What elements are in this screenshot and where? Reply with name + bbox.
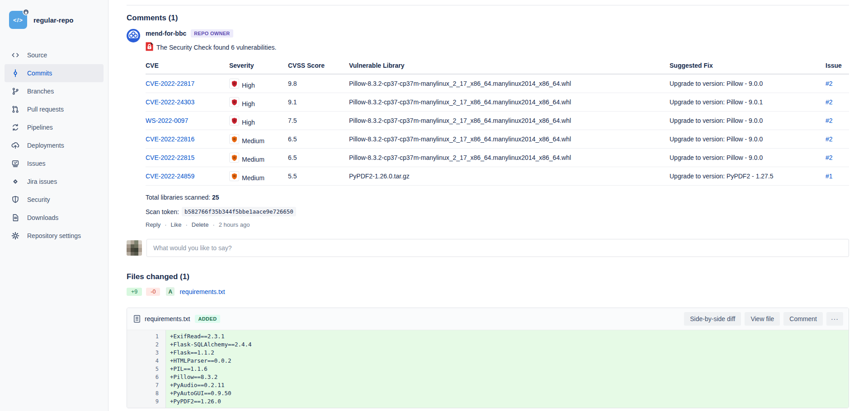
vulnerable-library: Pillow-8.3.2-cp37-cp37m-manylinux_2_17_x…: [349, 74, 670, 93]
issue-link[interactable]: #2: [826, 80, 833, 87]
line-number: 4: [127, 357, 166, 365]
sidebar-item-pull-requests[interactable]: Pull requests: [5, 100, 104, 118]
severity-high-shield-icon: [229, 97, 239, 107]
added-line-text: +PyAudio==0.2.11: [166, 381, 849, 389]
sidebar-item-security[interactable]: Security: [5, 191, 104, 209]
issue-link[interactable]: #2: [826, 154, 833, 161]
comment-actions: Reply · Like · Delete · 2 hours ago: [146, 221, 849, 228]
vulnerable-library: PyPDF2-1.26.0.tar.gz: [349, 167, 670, 186]
total-libraries-value: 25: [212, 194, 219, 201]
added-line-text: +HTMLParser==0.0.2: [166, 357, 849, 365]
repo-name[interactable]: regular-repo: [33, 16, 73, 24]
separator-dot: ·: [185, 221, 187, 228]
table-row: CVE-2022-24303 High 9.1 Pillow-8.3.2-cp3…: [146, 93, 849, 112]
suggested-fix: Upgrade to version: Pillow - 9.0.0: [670, 149, 826, 167]
delete-link[interactable]: Delete: [192, 221, 209, 228]
cve-link[interactable]: CVE-2022-24303: [146, 98, 194, 106]
more-options-button[interactable]: ···: [826, 312, 843, 326]
jira-icon: [11, 177, 20, 186]
line-number: 5: [127, 365, 166, 373]
issue-link[interactable]: #1: [826, 173, 833, 180]
cve-link[interactable]: WS-2022-0097: [146, 117, 188, 124]
sidebar-item-pipelines[interactable]: Pipelines: [5, 118, 104, 136]
deployments-icon: [11, 141, 20, 150]
sidebar-item-source[interactable]: Source: [5, 46, 104, 64]
scan-token-label: Scan token:: [146, 208, 179, 215]
added-badge: ADDED: [195, 315, 220, 323]
cve-link[interactable]: CVE-2022-22815: [146, 154, 194, 161]
repo-avatar[interactable]: </>: [9, 11, 27, 29]
added-line-text: +PyPDF2==1.26.0: [166, 397, 849, 406]
cvss-score: 5.5: [288, 167, 349, 186]
code-line: 6+Pillow==8.3.2: [127, 373, 849, 381]
sidebar-item-repository-settings[interactable]: Repository settings: [5, 227, 104, 245]
diff-file-name: requirements.txt: [145, 315, 190, 322]
diff-header: requirements.txt ADDED Side-by-side diff…: [127, 308, 849, 330]
diff-file-info: requirements.txt ADDED: [133, 315, 220, 323]
diff-code: 1+ExifRead==2.3.1 2+Flask-SQLAlchemy==2.…: [127, 330, 849, 408]
line-number: 2: [127, 341, 166, 349]
cve-link[interactable]: CVE-2022-24859: [146, 173, 194, 180]
sidebar-item-label: Repository settings: [27, 232, 81, 239]
added-line-text: +Pillow==8.3.2: [166, 373, 849, 381]
current-user-avatar: [127, 240, 142, 256]
total-libraries-label: Total libraries scanned:: [146, 194, 210, 201]
sidebar-item-deployments[interactable]: Deployments: [5, 136, 104, 154]
cve-link[interactable]: CVE-2022-22816: [146, 135, 194, 143]
added-line-text: +ExifRead==2.3.1: [166, 332, 849, 341]
col-header-issue: Issue: [826, 58, 849, 74]
sidebar-item-label: Source: [27, 51, 47, 59]
like-link[interactable]: Like: [171, 221, 182, 228]
added-line-text: +Flask==1.1.2: [166, 349, 849, 357]
new-comment-input[interactable]: [146, 239, 849, 257]
severity-high-shield-icon: [229, 116, 239, 126]
issues-icon: [11, 159, 20, 168]
vulnerable-library: Pillow-8.3.2-cp37-cp37m-manylinux_2_17_x…: [349, 93, 670, 112]
comment-author[interactable]: mend-for-bbc: [146, 30, 186, 37]
side-by-side-diff-button[interactable]: Side-by-side diff: [684, 312, 741, 326]
comment-message: The Security Check found 6 vulnerabiliti…: [146, 42, 849, 51]
col-header-severity: Severity: [229, 58, 288, 74]
comment-button[interactable]: Comment: [783, 312, 823, 326]
severity-label: Medium: [242, 174, 264, 182]
file-icon: [133, 315, 141, 323]
diff-toolbar: Side-by-side diff View file Comment ···: [684, 312, 843, 326]
sidebar-item-label: Security: [27, 196, 50, 203]
changed-file-link[interactable]: requirements.txt: [179, 288, 225, 295]
suggested-fix: Upgrade to version: Pillow - 9.0.1: [670, 93, 826, 112]
view-file-button[interactable]: View file: [745, 312, 780, 326]
reply-link[interactable]: Reply: [146, 221, 160, 228]
repo-header: </> regular-repo: [0, 9, 108, 33]
section-divider: [127, 5, 849, 5]
sidebar-item-downloads[interactable]: Downloads: [5, 209, 104, 227]
deletions-badge: -0: [146, 288, 160, 296]
added-line-text: +PyAutoGUI==0.9.50: [166, 389, 849, 397]
cve-link[interactable]: CVE-2022-22817: [146, 80, 194, 87]
sidebar-item-issues[interactable]: Issues: [5, 154, 104, 173]
sidebar-item-jira-issues[interactable]: Jira issues: [5, 173, 104, 191]
author-line: mend-for-bbc REPO OWNER: [146, 29, 849, 38]
col-header-cvss-score: CVSS Score: [288, 58, 349, 74]
pipelines-icon: [11, 123, 20, 132]
issue-link[interactable]: #2: [826, 135, 833, 143]
security-check-lock-icon: [146, 42, 153, 51]
cvss-score: 6.5: [288, 130, 349, 149]
code-line: 5+PIL==1.1.6: [127, 365, 849, 373]
pull-request-icon: [11, 105, 20, 114]
sidebar-item-label: Deployments: [27, 142, 64, 149]
line-number: 3: [127, 349, 166, 357]
sidebar-item-commits[interactable]: Commits: [5, 64, 104, 82]
sidebar-item-branches[interactable]: Branches: [5, 82, 104, 100]
severity-label: Medium: [242, 156, 264, 163]
sidebar-item-label: Issues: [27, 160, 45, 167]
issue-link[interactable]: #2: [826, 117, 833, 124]
file-added-status-badge: A: [166, 287, 175, 296]
line-number: 7: [127, 381, 166, 389]
comment-composer: [127, 239, 849, 257]
comment-timestamp: 2 hours ago: [219, 221, 250, 228]
sidebar-nav: Source Commits Branches Pull requests Pi…: [0, 46, 108, 245]
issue-link[interactable]: #2: [826, 98, 833, 106]
code-line: 8+PyAutoGUI==0.9.50: [127, 389, 849, 397]
severity-high-shield-icon: [229, 79, 239, 89]
code-icon: [11, 51, 20, 60]
